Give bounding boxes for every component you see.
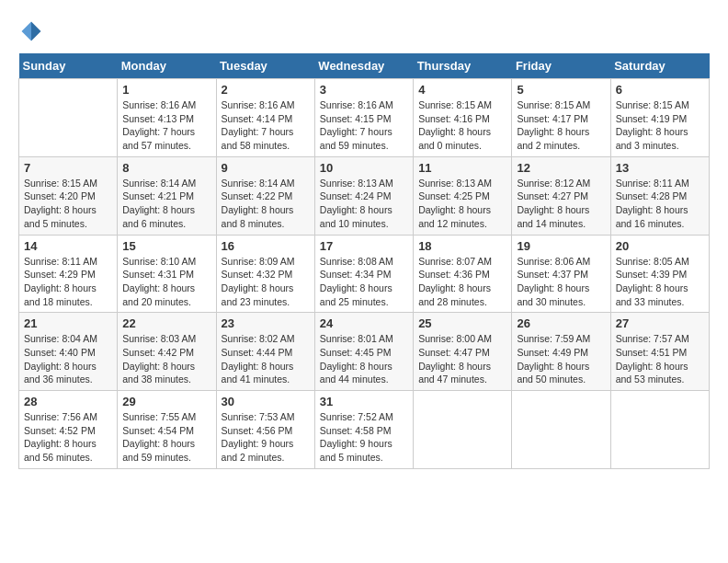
calendar-cell: 8Sunrise: 8:14 AMSunset: 4:21 PMDaylight… (118, 156, 216, 235)
calendar-cell: 2Sunrise: 8:16 AMSunset: 4:14 PMDaylight… (216, 79, 314, 157)
calendar-cell: 7Sunrise: 8:15 AMSunset: 4:20 PMDaylight… (19, 156, 118, 235)
day-info: Sunrise: 8:00 AMSunset: 4:47 PMDaylight:… (418, 332, 506, 386)
day-number: 19 (517, 239, 605, 253)
calendar-week-row: 14Sunrise: 8:11 AMSunset: 4:29 PMDayligh… (19, 235, 710, 313)
calendar-cell (610, 391, 709, 469)
day-info: Sunrise: 8:01 AMSunset: 4:45 PMDaylight:… (320, 332, 408, 386)
day-info: Sunrise: 8:05 AMSunset: 4:39 PMDaylight:… (616, 255, 704, 309)
day-info: Sunrise: 8:12 AMSunset: 4:27 PMDaylight:… (517, 177, 605, 231)
day-number: 6 (616, 83, 704, 97)
calendar-cell: 11Sunrise: 8:13 AMSunset: 4:25 PMDayligh… (414, 156, 512, 235)
day-number: 23 (222, 316, 310, 330)
calendar-cell: 15Sunrise: 8:10 AMSunset: 4:31 PMDayligh… (118, 235, 216, 313)
calendar-cell: 28Sunrise: 7:56 AMSunset: 4:52 PMDayligh… (19, 391, 118, 469)
day-number: 8 (122, 161, 210, 175)
day-number: 17 (320, 239, 408, 253)
day-info: Sunrise: 7:59 AMSunset: 4:49 PMDaylight:… (517, 332, 605, 386)
calendar-cell: 26Sunrise: 7:59 AMSunset: 4:49 PMDayligh… (512, 313, 610, 391)
calendar-cell: 6Sunrise: 8:15 AMSunset: 4:19 PMDaylight… (610, 79, 709, 157)
day-number: 15 (122, 239, 210, 253)
calendar-cell: 27Sunrise: 7:57 AMSunset: 4:51 PMDayligh… (610, 313, 709, 391)
day-info: Sunrise: 8:15 AMSunset: 4:17 PMDaylight:… (517, 98, 605, 153)
day-info: Sunrise: 8:14 AMSunset: 4:21 PMDaylight:… (122, 177, 210, 231)
day-number: 3 (320, 83, 408, 97)
day-info: Sunrise: 7:53 AMSunset: 4:56 PMDaylight:… (222, 410, 310, 465)
calendar-week-row: 21Sunrise: 8:04 AMSunset: 4:40 PMDayligh… (19, 313, 710, 391)
weekday-header-saturday: Saturday (610, 53, 709, 79)
day-number: 22 (122, 316, 210, 330)
page-header (18, 18, 710, 44)
calendar-week-row: 1Sunrise: 8:16 AMSunset: 4:13 PMDaylight… (19, 79, 710, 157)
logo (18, 18, 48, 44)
weekday-header-thursday: Thursday (414, 53, 512, 79)
day-number: 24 (320, 316, 408, 330)
day-info: Sunrise: 8:16 AMSunset: 4:15 PMDaylight:… (320, 98, 408, 153)
day-info: Sunrise: 8:04 AMSunset: 4:40 PMDaylight:… (24, 332, 112, 386)
calendar-cell: 16Sunrise: 8:09 AMSunset: 4:32 PMDayligh… (216, 235, 314, 313)
day-info: Sunrise: 8:13 AMSunset: 4:24 PMDaylight:… (320, 177, 408, 231)
day-number: 25 (418, 316, 506, 330)
day-info: Sunrise: 8:07 AMSunset: 4:36 PMDaylight:… (418, 255, 506, 309)
weekday-header-friday: Friday (512, 53, 610, 79)
weekday-header-row: SundayMondayTuesdayWednesdayThursdayFrid… (19, 53, 710, 79)
day-info: Sunrise: 8:09 AMSunset: 4:32 PMDaylight:… (222, 255, 310, 309)
calendar-cell: 9Sunrise: 8:14 AMSunset: 4:22 PMDaylight… (216, 156, 314, 235)
calendar-cell (414, 391, 512, 469)
calendar-cell: 20Sunrise: 8:05 AMSunset: 4:39 PMDayligh… (610, 235, 709, 313)
day-number: 14 (24, 239, 112, 253)
calendar-week-row: 28Sunrise: 7:56 AMSunset: 4:52 PMDayligh… (19, 391, 710, 469)
day-number: 31 (320, 395, 408, 408)
day-number: 2 (222, 83, 310, 97)
day-info: Sunrise: 8:10 AMSunset: 4:31 PMDaylight:… (122, 255, 210, 309)
calendar-cell: 19Sunrise: 8:06 AMSunset: 4:37 PMDayligh… (512, 235, 610, 313)
day-number: 13 (616, 161, 704, 175)
day-info: Sunrise: 8:16 AMSunset: 4:13 PMDaylight:… (122, 98, 210, 153)
calendar-cell: 22Sunrise: 8:03 AMSunset: 4:42 PMDayligh… (118, 313, 216, 391)
day-info: Sunrise: 7:56 AMSunset: 4:52 PMDaylight:… (24, 410, 112, 465)
day-number: 18 (418, 239, 506, 253)
day-info: Sunrise: 8:11 AMSunset: 4:28 PMDaylight:… (616, 177, 704, 231)
calendar-cell: 18Sunrise: 8:07 AMSunset: 4:36 PMDayligh… (414, 235, 512, 313)
calendar-cell: 12Sunrise: 8:12 AMSunset: 4:27 PMDayligh… (512, 156, 610, 235)
calendar-cell: 10Sunrise: 8:13 AMSunset: 4:24 PMDayligh… (314, 156, 413, 235)
day-info: Sunrise: 7:52 AMSunset: 4:58 PMDaylight:… (320, 410, 408, 465)
weekday-header-monday: Monday (118, 53, 216, 79)
calendar-cell: 24Sunrise: 8:01 AMSunset: 4:45 PMDayligh… (314, 313, 413, 391)
calendar-week-row: 7Sunrise: 8:15 AMSunset: 4:20 PMDaylight… (19, 156, 710, 235)
calendar-cell (19, 79, 118, 157)
day-number: 16 (222, 239, 310, 253)
day-number: 7 (24, 161, 112, 175)
day-number: 11 (418, 161, 506, 175)
svg-marker-1 (22, 22, 32, 41)
day-number: 5 (517, 83, 605, 97)
day-info: Sunrise: 8:03 AMSunset: 4:42 PMDaylight:… (122, 332, 210, 386)
day-number: 28 (24, 395, 112, 408)
calendar-table: SundayMondayTuesdayWednesdayThursdayFrid… (18, 53, 710, 469)
weekday-header-tuesday: Tuesday (216, 53, 314, 79)
day-number: 21 (24, 316, 112, 330)
calendar-cell: 30Sunrise: 7:53 AMSunset: 4:56 PMDayligh… (216, 391, 314, 469)
calendar-cell: 23Sunrise: 8:02 AMSunset: 4:44 PMDayligh… (216, 313, 314, 391)
calendar-cell: 21Sunrise: 8:04 AMSunset: 4:40 PMDayligh… (19, 313, 118, 391)
day-number: 9 (222, 161, 310, 175)
calendar-cell: 17Sunrise: 8:08 AMSunset: 4:34 PMDayligh… (314, 235, 413, 313)
day-info: Sunrise: 8:06 AMSunset: 4:37 PMDaylight:… (517, 255, 605, 309)
calendar-cell: 14Sunrise: 8:11 AMSunset: 4:29 PMDayligh… (19, 235, 118, 313)
day-info: Sunrise: 8:08 AMSunset: 4:34 PMDaylight:… (320, 255, 408, 309)
day-info: Sunrise: 8:15 AMSunset: 4:16 PMDaylight:… (418, 98, 506, 153)
day-info: Sunrise: 7:55 AMSunset: 4:54 PMDaylight:… (122, 410, 210, 465)
day-info: Sunrise: 7:57 AMSunset: 4:51 PMDaylight:… (616, 332, 704, 386)
day-number: 30 (222, 395, 310, 408)
logo-icon (18, 18, 44, 44)
svg-marker-0 (31, 22, 41, 41)
day-info: Sunrise: 8:13 AMSunset: 4:25 PMDaylight:… (418, 177, 506, 231)
calendar-cell: 31Sunrise: 7:52 AMSunset: 4:58 PMDayligh… (314, 391, 413, 469)
day-number: 27 (616, 316, 704, 330)
calendar-cell: 29Sunrise: 7:55 AMSunset: 4:54 PMDayligh… (118, 391, 216, 469)
day-info: Sunrise: 8:02 AMSunset: 4:44 PMDaylight:… (222, 332, 310, 386)
day-number: 4 (418, 83, 506, 97)
calendar-cell: 3Sunrise: 8:16 AMSunset: 4:15 PMDaylight… (314, 79, 413, 157)
day-info: Sunrise: 8:15 AMSunset: 4:19 PMDaylight:… (616, 98, 704, 153)
day-number: 29 (122, 395, 210, 408)
day-info: Sunrise: 8:11 AMSunset: 4:29 PMDaylight:… (24, 255, 112, 309)
